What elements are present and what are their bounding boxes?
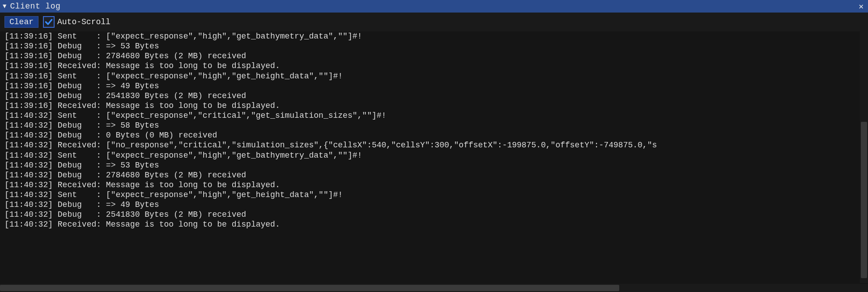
checkmark-icon — [44, 17, 53, 26]
titlebar[interactable]: ▼ Client log ✕ — [0, 0, 868, 13]
vertical-scroll-thumb[interactable] — [861, 122, 867, 278]
horizontal-scrollbar[interactable] — [0, 284, 860, 292]
horizontal-scroll-thumb[interactable] — [0, 285, 619, 291]
log-text[interactable]: [11:39:16] Sent : ["expect_response","hi… — [4, 31, 857, 283]
clear-button[interactable]: Clear — [4, 16, 38, 28]
close-icon[interactable]: ✕ — [857, 1, 865, 11]
autoscroll-label: Auto-Scroll — [57, 17, 111, 26]
log-area: [11:39:16] Sent : ["expect_response","hi… — [0, 31, 868, 292]
scrollbar-corner — [860, 284, 868, 292]
collapse-toggle-icon[interactable]: ▼ — [3, 3, 6, 10]
autoscroll-checkbox[interactable] — [43, 16, 55, 28]
client-log-window: ▼ Client log ✕ Clear Auto-Scroll [11:39:… — [0, 0, 868, 292]
autoscroll-toggle[interactable]: Auto-Scroll — [43, 16, 111, 28]
window-title: Client log — [10, 2, 857, 11]
vertical-scrollbar[interactable] — [860, 31, 868, 283]
toolbar: Clear Auto-Scroll — [0, 13, 868, 31]
